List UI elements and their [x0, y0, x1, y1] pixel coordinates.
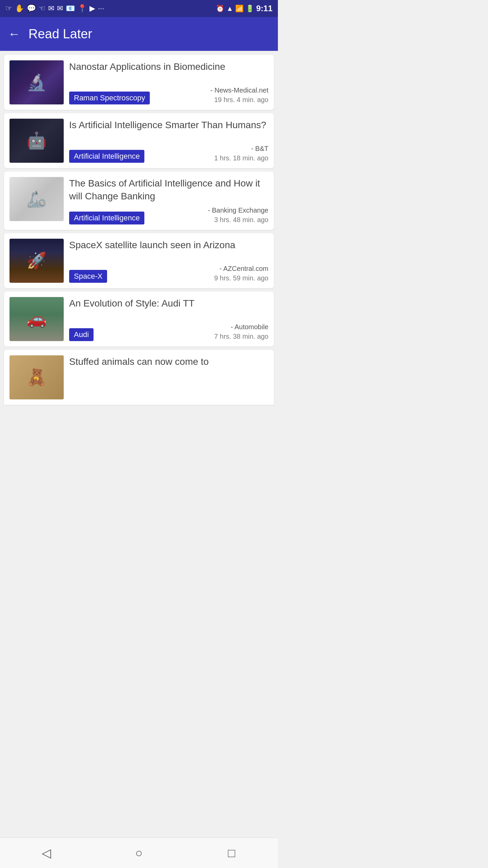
- article-time-5: 7 hrs. 38 min. ago: [214, 332, 268, 341]
- article-thumbnail-2: [9, 119, 64, 163]
- article-meta-1: - News-Medical.net 19 hrs. 4 min. ago: [210, 85, 268, 104]
- article-meta-4: - AZCentral.com 9 hrs. 59 min. ago: [214, 264, 268, 283]
- wifi-icon: ▲: [226, 5, 233, 13]
- icon-gmail-1: ✉: [48, 4, 54, 13]
- article-time-3: 3 hrs. 48 min. ago: [208, 215, 268, 224]
- article-info-3: The Basics of Artificial Intelligence an…: [69, 177, 268, 224]
- icon-hand-1: ☞: [5, 4, 12, 13]
- article-source-4: - AZCentral.com: [214, 264, 268, 273]
- article-list: Nanostar Applications in Biomedicine Ram…: [0, 51, 278, 405]
- article-thumbnail-4: [9, 239, 64, 283]
- article-thumbnail-6: [9, 355, 64, 399]
- article-title-3: The Basics of Artificial Intelligence an…: [69, 177, 268, 203]
- article-card-1[interactable]: Nanostar Applications in Biomedicine Ram…: [4, 55, 274, 110]
- article-tag-3[interactable]: Artificial Intelligence: [69, 212, 144, 224]
- status-time: 9:11: [256, 4, 272, 13]
- article-thumbnail-5: [9, 297, 64, 341]
- article-card-6-partial[interactable]: Stuffed animals can now come to: [4, 350, 274, 405]
- icon-more: ···: [98, 4, 104, 13]
- icon-hand-3: ☜: [39, 4, 45, 13]
- article-meta-2: - B&T 1 hrs. 18 min. ago: [214, 144, 268, 163]
- article-time-4: 9 hrs. 59 min. ago: [214, 273, 268, 283]
- article-card-4[interactable]: SpaceX satellite launch seen in Arizona …: [4, 233, 274, 288]
- article-meta-3: - Banking Exchange 3 hrs. 48 min. ago: [208, 205, 268, 224]
- article-source-2: - B&T: [214, 144, 268, 153]
- article-title-5: An Evolution of Style: Audi TT: [69, 297, 268, 310]
- article-source-3: - Banking Exchange: [208, 205, 268, 215]
- article-info-5: An Evolution of Style: Audi TT Audi - Au…: [69, 297, 268, 341]
- clock-icon: ⏰: [216, 4, 224, 13]
- article-thumbnail-1: [9, 60, 64, 104]
- article-card-3[interactable]: The Basics of Artificial Intelligence an…: [4, 172, 274, 230]
- article-info-2: Is Artificial Intelligence Smarter Than …: [69, 119, 268, 163]
- article-title-4: SpaceX satellite launch seen in Arizona: [69, 239, 268, 252]
- icon-outlook: 📧: [66, 4, 75, 13]
- article-tag-4[interactable]: Space-X: [69, 270, 107, 283]
- back-button[interactable]: ←: [8, 28, 20, 40]
- article-meta-5: - Automobile 7 hrs. 38 min. ago: [214, 322, 268, 341]
- article-source-1: - News-Medical.net: [210, 85, 268, 95]
- article-info-6: Stuffed animals can now come to: [69, 355, 268, 399]
- article-footer-1: Raman Spectroscopy - News-Medical.net 19…: [69, 85, 268, 104]
- article-info-4: SpaceX satellite launch seen in Arizona …: [69, 239, 268, 283]
- app-header: ← Read Later: [0, 17, 278, 51]
- article-source-5: - Automobile: [214, 322, 268, 332]
- icon-hand-2: ✋: [15, 4, 24, 13]
- article-tag-2[interactable]: Artificial Intelligence: [69, 150, 144, 163]
- page-title: Read Later: [28, 27, 92, 41]
- status-bar-left-icons: ☞ ✋ 💬 ☜ ✉ ✉ 📧 📍 ▶ ···: [5, 4, 104, 13]
- icon-gmail-2: ✉: [57, 4, 63, 13]
- article-info-1: Nanostar Applications in Biomedicine Ram…: [69, 60, 268, 104]
- article-title-6: Stuffed animals can now come to: [69, 355, 268, 368]
- article-time-2: 1 hrs. 18 min. ago: [214, 153, 268, 163]
- article-footer-5: Audi - Automobile 7 hrs. 38 min. ago: [69, 322, 268, 341]
- article-time-1: 19 hrs. 4 min. ago: [210, 95, 268, 104]
- icon-youtube: ▶: [89, 4, 95, 13]
- article-thumbnail-3: [9, 177, 64, 221]
- battery-icon: 🔋: [246, 4, 254, 13]
- article-title-1: Nanostar Applications in Biomedicine: [69, 60, 268, 73]
- article-footer-3: Artificial Intelligence - Banking Exchan…: [69, 205, 268, 224]
- article-title-2: Is Artificial Intelligence Smarter Than …: [69, 119, 268, 132]
- article-footer-2: Artificial Intelligence - B&T 1 hrs. 18 …: [69, 144, 268, 163]
- status-bar-right-icons: ⏰ ▲ 📶 🔋 9:11: [216, 4, 272, 13]
- article-footer-4: Space-X - AZCentral.com 9 hrs. 59 min. a…: [69, 264, 268, 283]
- article-tag-1[interactable]: Raman Spectroscopy: [69, 92, 150, 104]
- icon-whatsapp: 💬: [27, 4, 36, 13]
- article-card-2[interactable]: Is Artificial Intelligence Smarter Than …: [4, 113, 274, 168]
- status-bar: ☞ ✋ 💬 ☜ ✉ ✉ 📧 📍 ▶ ··· ⏰ ▲ 📶 🔋 9:11: [0, 0, 278, 17]
- article-card-5[interactable]: An Evolution of Style: Audi TT Audi - Au…: [4, 292, 274, 347]
- icon-maps: 📍: [78, 4, 87, 13]
- article-tag-5[interactable]: Audi: [69, 328, 94, 341]
- signal-icon: 📶: [235, 4, 244, 13]
